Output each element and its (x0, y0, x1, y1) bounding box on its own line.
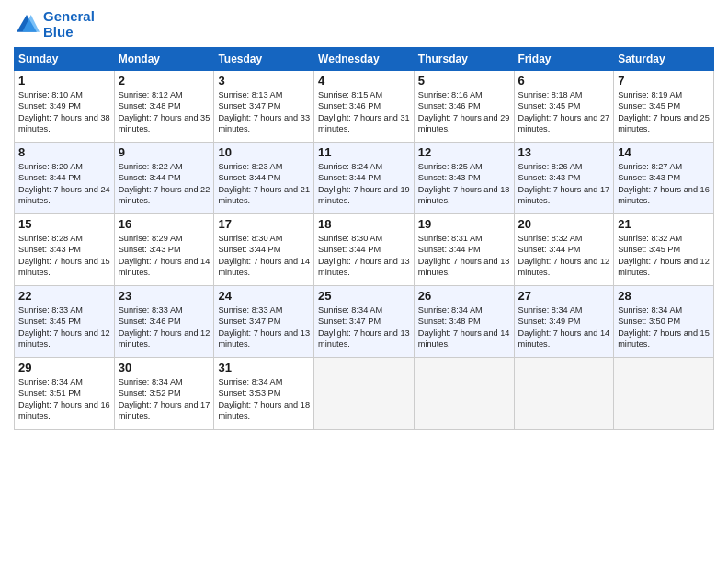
day-number: 13 (518, 145, 610, 159)
day-number: 8 (18, 145, 110, 159)
day-detail: Sunrise: 8:31 AM Sunset: 3:44 PM Dayligh… (418, 233, 510, 279)
calendar-cell: 29 Sunrise: 8:34 AM Sunset: 3:51 PM Dayl… (15, 358, 115, 430)
day-number: 7 (618, 74, 710, 87)
day-number: 20 (518, 217, 610, 231)
calendar-cell: 3 Sunrise: 8:13 AM Sunset: 3:47 PM Dayli… (214, 71, 314, 143)
day-detail: Sunrise: 8:34 AM Sunset: 3:48 PM Dayligh… (418, 304, 510, 350)
day-detail: Sunrise: 8:34 AM Sunset: 3:53 PM Dayligh… (218, 376, 310, 422)
day-number: 22 (18, 289, 110, 303)
day-number: 24 (218, 289, 310, 303)
calendar-body: 1 Sunrise: 8:10 AM Sunset: 3:49 PM Dayli… (15, 71, 714, 430)
day-number: 10 (218, 145, 310, 159)
calendar-cell (314, 358, 415, 430)
day-detail: Sunrise: 8:10 AM Sunset: 3:49 PM Dayligh… (18, 89, 110, 135)
calendar-cell: 15 Sunrise: 8:28 AM Sunset: 3:43 PM Dayl… (15, 214, 115, 286)
day-number: 30 (119, 361, 210, 374)
day-number: 29 (18, 361, 110, 374)
day-detail: Sunrise: 8:32 AM Sunset: 3:45 PM Dayligh… (618, 233, 710, 279)
day-detail: Sunrise: 8:34 AM Sunset: 3:52 PM Dayligh… (119, 376, 210, 422)
day-detail: Sunrise: 8:19 AM Sunset: 3:45 PM Dayligh… (618, 89, 710, 135)
calendar-cell: 18 Sunrise: 8:30 AM Sunset: 3:44 PM Dayl… (314, 214, 415, 286)
day-detail: Sunrise: 8:26 AM Sunset: 3:43 PM Dayligh… (518, 161, 610, 207)
day-detail: Sunrise: 8:18 AM Sunset: 3:45 PM Dayligh… (518, 89, 610, 135)
day-number: 9 (119, 145, 210, 159)
calendar-cell: 8 Sunrise: 8:20 AM Sunset: 3:44 PM Dayli… (15, 143, 115, 214)
day-detail: Sunrise: 8:30 AM Sunset: 3:44 PM Dayligh… (218, 233, 310, 279)
day-number: 1 (18, 74, 110, 87)
calendar-cell: 2 Sunrise: 8:12 AM Sunset: 3:48 PM Dayli… (114, 71, 214, 143)
calendar-cell: 28 Sunrise: 8:34 AM Sunset: 3:50 PM Dayl… (614, 286, 714, 358)
calendar-cell: 14 Sunrise: 8:27 AM Sunset: 3:43 PM Dayl… (614, 143, 714, 214)
day-detail: Sunrise: 8:13 AM Sunset: 3:47 PM Dayligh… (218, 89, 310, 135)
day-number: 25 (318, 289, 410, 303)
day-number: 19 (418, 217, 510, 231)
day-detail: Sunrise: 8:23 AM Sunset: 3:44 PM Dayligh… (218, 161, 310, 207)
calendar-table: SundayMondayTuesdayWednesdayThursdayFrid… (14, 47, 714, 430)
day-detail: Sunrise: 8:34 AM Sunset: 3:51 PM Dayligh… (18, 376, 110, 422)
calendar-cell: 19 Sunrise: 8:31 AM Sunset: 3:44 PM Dayl… (414, 214, 514, 286)
day-detail: Sunrise: 8:12 AM Sunset: 3:48 PM Dayligh… (119, 89, 210, 135)
calendar-cell: 7 Sunrise: 8:19 AM Sunset: 3:45 PM Dayli… (614, 71, 714, 143)
day-detail: Sunrise: 8:22 AM Sunset: 3:44 PM Dayligh… (119, 161, 210, 207)
calendar-cell: 21 Sunrise: 8:32 AM Sunset: 3:45 PM Dayl… (614, 214, 714, 286)
calendar-cell (614, 358, 714, 430)
day-number: 28 (618, 289, 710, 303)
calendar-cell: 16 Sunrise: 8:29 AM Sunset: 3:43 PM Dayl… (114, 214, 214, 286)
calendar-cell: 9 Sunrise: 8:22 AM Sunset: 3:44 PM Dayli… (114, 143, 214, 214)
day-number: 12 (418, 145, 510, 159)
day-number: 3 (218, 74, 310, 87)
day-number: 16 (119, 217, 210, 231)
day-detail: Sunrise: 8:34 AM Sunset: 3:50 PM Dayligh… (618, 304, 710, 350)
day-number: 26 (418, 289, 510, 303)
day-number: 27 (518, 289, 610, 303)
day-detail: Sunrise: 8:25 AM Sunset: 3:43 PM Dayligh… (418, 161, 510, 207)
day-detail: Sunrise: 8:16 AM Sunset: 3:46 PM Dayligh… (418, 89, 510, 135)
day-detail: Sunrise: 8:33 AM Sunset: 3:45 PM Dayligh… (18, 304, 110, 350)
day-number: 4 (318, 74, 410, 87)
day-detail: Sunrise: 8:24 AM Sunset: 3:44 PM Dayligh… (318, 161, 410, 207)
day-detail: Sunrise: 8:32 AM Sunset: 3:44 PM Dayligh… (518, 233, 610, 279)
day-number: 5 (418, 74, 510, 87)
calendar-cell: 12 Sunrise: 8:25 AM Sunset: 3:43 PM Dayl… (414, 143, 514, 214)
header: General Blue (14, 9, 714, 40)
calendar-cell: 30 Sunrise: 8:34 AM Sunset: 3:52 PM Dayl… (114, 358, 214, 430)
calendar-cell: 26 Sunrise: 8:34 AM Sunset: 3:48 PM Dayl… (414, 286, 514, 358)
day-number: 23 (119, 289, 210, 303)
day-number: 17 (218, 217, 310, 231)
day-detail: Sunrise: 8:27 AM Sunset: 3:43 PM Dayligh… (618, 161, 710, 207)
day-number: 18 (318, 217, 410, 231)
day-number: 14 (618, 145, 710, 159)
col-header-friday: Friday (514, 48, 614, 71)
day-number: 11 (318, 145, 410, 159)
day-number: 21 (618, 217, 710, 231)
calendar-cell: 1 Sunrise: 8:10 AM Sunset: 3:49 PM Dayli… (15, 71, 115, 143)
col-header-tuesday: Tuesday (214, 48, 314, 71)
calendar-cell: 17 Sunrise: 8:30 AM Sunset: 3:44 PM Dayl… (214, 214, 314, 286)
day-detail: Sunrise: 8:29 AM Sunset: 3:43 PM Dayligh… (119, 233, 210, 279)
day-detail: Sunrise: 8:20 AM Sunset: 3:44 PM Dayligh… (18, 161, 110, 207)
day-number: 15 (18, 217, 110, 231)
day-number: 31 (218, 361, 310, 374)
calendar-cell: 31 Sunrise: 8:34 AM Sunset: 3:53 PM Dayl… (214, 358, 314, 430)
col-header-sunday: Sunday (15, 48, 115, 71)
day-number: 6 (518, 74, 610, 87)
page: General Blue SundayMondayTuesdayWednesda… (0, 0, 728, 563)
day-detail: Sunrise: 8:34 AM Sunset: 3:47 PM Dayligh… (318, 304, 410, 350)
calendar-cell: 27 Sunrise: 8:34 AM Sunset: 3:49 PM Dayl… (514, 286, 614, 358)
day-detail: Sunrise: 8:28 AM Sunset: 3:43 PM Dayligh… (18, 233, 110, 279)
logo-text: General Blue (43, 9, 95, 40)
day-number: 2 (119, 74, 210, 87)
calendar-cell (414, 358, 514, 430)
calendar-cell: 4 Sunrise: 8:15 AM Sunset: 3:46 PM Dayli… (314, 71, 415, 143)
calendar-cell: 24 Sunrise: 8:33 AM Sunset: 3:47 PM Dayl… (214, 286, 314, 358)
calendar-header: SundayMondayTuesdayWednesdayThursdayFrid… (15, 48, 714, 71)
col-header-monday: Monday (114, 48, 214, 71)
col-header-saturday: Saturday (614, 48, 714, 71)
calendar-cell: 6 Sunrise: 8:18 AM Sunset: 3:45 PM Dayli… (514, 71, 614, 143)
logo-icon (14, 12, 40, 38)
day-detail: Sunrise: 8:33 AM Sunset: 3:46 PM Dayligh… (119, 304, 210, 350)
col-header-wednesday: Wednesday (314, 48, 415, 71)
day-detail: Sunrise: 8:34 AM Sunset: 3:49 PM Dayligh… (518, 304, 610, 350)
calendar-cell: 25 Sunrise: 8:34 AM Sunset: 3:47 PM Dayl… (314, 286, 415, 358)
day-detail: Sunrise: 8:30 AM Sunset: 3:44 PM Dayligh… (318, 233, 410, 279)
